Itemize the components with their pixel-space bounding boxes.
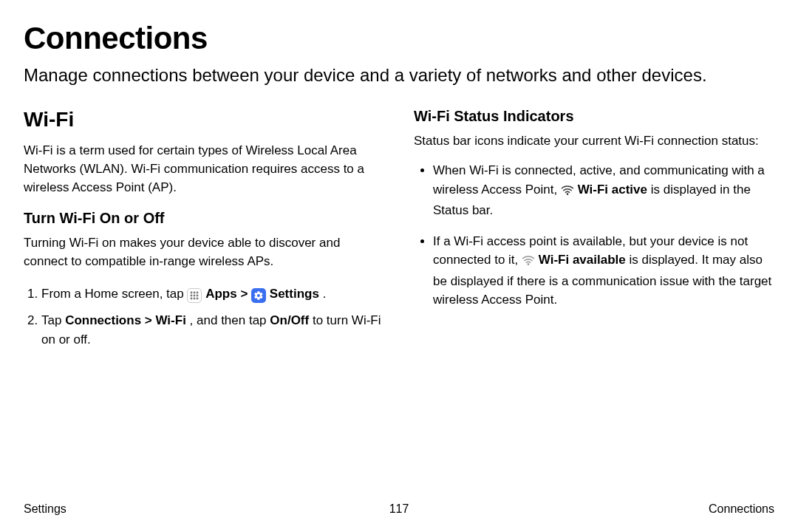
status-indicators-heading: Wi-Fi Status Indicators: [414, 108, 774, 125]
svg-point-8: [197, 297, 199, 299]
wifi-active-icon: [561, 183, 574, 202]
turn-wifi-heading: Turn Wi-Fi On or Off: [24, 210, 384, 227]
step2-bold-1: Connections > Wi-Fi: [65, 313, 186, 327]
svg-point-4: [194, 294, 196, 296]
wifi-available-icon: [522, 253, 535, 272]
wifi-heading: Wi-Fi: [24, 108, 384, 132]
status-indicators-intro: Status bar icons indicate your current W…: [414, 132, 774, 151]
svg-point-9: [567, 193, 569, 195]
svg-point-2: [197, 291, 199, 293]
step-1: From a Home screen, tap Apps >: [41, 284, 384, 304]
apps-icon: [187, 288, 202, 303]
page-title: Connections: [24, 21, 774, 56]
page-footer: Settings 117 Connections: [24, 502, 774, 516]
status-indicators-list: When Wi-Fi is connected, active, and com…: [414, 161, 774, 310]
b1-bold: Wi-Fi active: [578, 183, 647, 197]
wifi-intro: Wi-Fi is a term used for certain types o…: [24, 142, 384, 197]
svg-point-3: [191, 294, 193, 296]
content-columns: Wi-Fi Wi-Fi is a term used for certain t…: [24, 108, 774, 357]
svg-point-7: [194, 297, 196, 299]
footer-right: Connections: [709, 502, 774, 516]
page-subtitle: Manage connections between your device a…: [24, 64, 774, 87]
settings-icon: [251, 288, 266, 303]
step2-bold-2: On/Off: [270, 313, 309, 327]
step1-separator: >: [240, 287, 251, 301]
svg-point-1: [194, 291, 196, 293]
step2-lead: Tap: [41, 313, 65, 327]
bullet-wifi-available: If a Wi-Fi access point is available, bu…: [433, 232, 774, 310]
turn-wifi-intro: Turning Wi-Fi on makes your device able …: [24, 234, 384, 270]
bullet-wifi-active: When Wi-Fi is connected, active, and com…: [433, 161, 774, 220]
b2-bold: Wi-Fi available: [539, 253, 626, 267]
turn-wifi-steps: From a Home screen, tap Apps >: [24, 284, 384, 350]
left-column: Wi-Fi Wi-Fi is a term used for certain t…: [24, 108, 384, 357]
footer-left: Settings: [24, 502, 66, 516]
footer-page-number: 117: [389, 502, 409, 516]
svg-point-6: [191, 297, 193, 299]
step2-mid: , and then tap: [190, 313, 270, 327]
step1-end: .: [323, 287, 327, 301]
svg-point-0: [191, 291, 193, 293]
step1-apps-label: Apps: [205, 287, 237, 301]
right-column: Wi-Fi Status Indicators Status bar icons…: [414, 108, 774, 357]
step-2: Tap Connections > Wi-Fi , and then tap O…: [41, 311, 384, 350]
svg-point-10: [528, 263, 530, 265]
step1-lead: From a Home screen, tap: [41, 287, 187, 301]
document-page: Connections Manage connections between y…: [0, 0, 798, 532]
step1-settings-label: Settings: [270, 287, 319, 301]
svg-point-5: [197, 294, 199, 296]
